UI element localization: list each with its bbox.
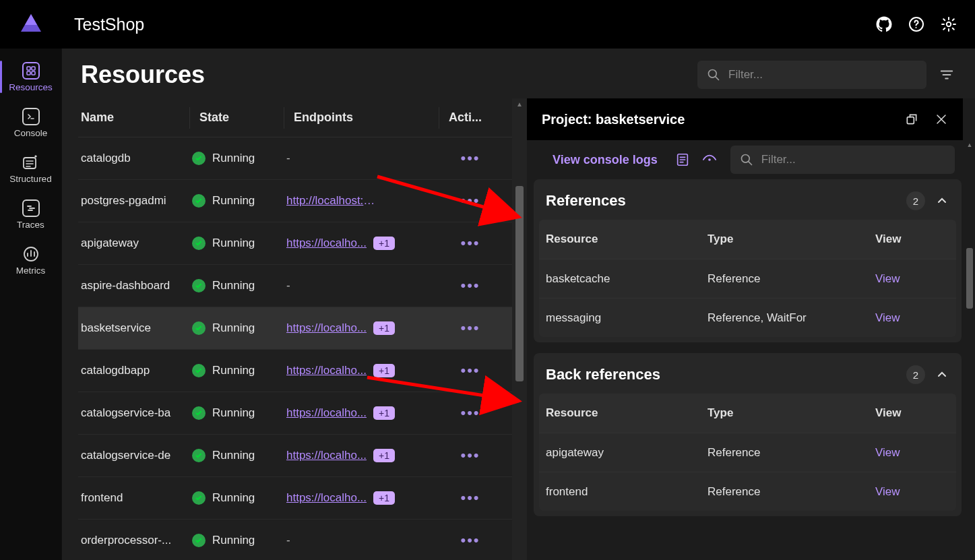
endpoint-more-badge[interactable]: +1 bbox=[373, 491, 395, 505]
table-row[interactable]: catalogdbappRunninghttps://localho...+1•… bbox=[78, 350, 512, 392]
ref-view: View bbox=[875, 446, 956, 460]
endpoint-link[interactable]: https://localho... bbox=[286, 406, 367, 420]
svg-rect-6 bbox=[32, 67, 35, 70]
scroll-up-arrow-icon[interactable]: ▲ bbox=[964, 140, 975, 150]
resources-filter-input[interactable] bbox=[728, 68, 917, 82]
row-actions: ••• bbox=[439, 532, 499, 549]
table-row[interactable]: frontendRunninghttps://localho...+1••• bbox=[78, 477, 512, 520]
close-icon[interactable] bbox=[932, 110, 951, 129]
table-row[interactable]: postgres-pgadmiRunninghttp://localhost:5… bbox=[78, 180, 512, 222]
scroll-thumb[interactable] bbox=[515, 186, 524, 381]
nav-metrics[interactable]: Metrics bbox=[0, 237, 61, 283]
filter-toggle-icon[interactable] bbox=[937, 65, 956, 84]
view-console-logs-link[interactable]: View console logs bbox=[543, 149, 667, 171]
svg-point-4 bbox=[947, 22, 951, 26]
endpoint-more-badge[interactable]: +1 bbox=[373, 449, 395, 462]
row-menu-icon[interactable]: ••• bbox=[460, 362, 480, 379]
table-row[interactable]: orderprocessor-...Running-••• bbox=[78, 520, 512, 560]
ref-resource: basketcache bbox=[546, 272, 707, 286]
row-menu-icon[interactable]: ••• bbox=[460, 532, 480, 549]
row-menu-icon[interactable]: ••• bbox=[460, 277, 480, 294]
view-link[interactable]: View bbox=[875, 446, 900, 459]
section-header[interactable]: Back references2 bbox=[534, 353, 962, 394]
ref-resource: messaging bbox=[546, 311, 707, 325]
col-view: View bbox=[875, 406, 956, 420]
section-row: messagingReference, WaitForView bbox=[539, 298, 956, 337]
view-link[interactable]: View bbox=[875, 272, 900, 285]
terminal-icon bbox=[22, 108, 40, 125]
nav-label: Console bbox=[14, 128, 48, 138]
details-toolbar: View console logs bbox=[527, 140, 963, 179]
resource-name: catalogdb bbox=[78, 152, 189, 165]
status-ok-icon bbox=[192, 534, 206, 547]
th-name[interactable]: Name bbox=[78, 111, 189, 125]
details-title: Project: basketservice bbox=[542, 112, 685, 127]
table-row[interactable]: basketserviceRunninghttps://localho...+1… bbox=[78, 307, 512, 350]
nav-resources[interactable]: Resources bbox=[0, 54, 61, 100]
row-menu-icon[interactable]: ••• bbox=[460, 319, 480, 337]
endpoint-link[interactable]: https://localho... bbox=[286, 449, 367, 462]
search-icon bbox=[740, 153, 753, 166]
help-icon[interactable] bbox=[906, 14, 926, 34]
table-row[interactable]: apigatewayRunninghttps://localho...+1••• bbox=[78, 222, 512, 265]
scroll-up-arrow-icon[interactable]: ▲ bbox=[512, 98, 527, 109]
vertical-scrollbar[interactable]: ▲ bbox=[512, 98, 527, 560]
endpoint-more-badge[interactable]: +1 bbox=[373, 237, 395, 250]
nav-traces[interactable]: Traces bbox=[0, 191, 61, 237]
chevron-up-icon[interactable] bbox=[935, 193, 949, 208]
row-menu-icon[interactable]: ••• bbox=[460, 192, 480, 210]
endpoint-link[interactable]: https://localho... bbox=[286, 321, 367, 335]
col-view: View bbox=[875, 232, 956, 246]
table-header-row: Name State Endpoints Acti... bbox=[78, 98, 512, 137]
th-endpoints[interactable]: Endpoints bbox=[284, 107, 439, 129]
row-menu-icon[interactable]: ••• bbox=[460, 235, 480, 252]
row-menu-icon[interactable]: ••• bbox=[460, 489, 480, 507]
details-panel: Project: basketservice View console logs bbox=[527, 98, 975, 560]
section-header[interactable]: References2 bbox=[534, 179, 962, 220]
traces-icon bbox=[22, 199, 40, 217]
endpoint-link[interactable]: https://localho... bbox=[286, 237, 367, 250]
github-icon[interactable] bbox=[874, 14, 894, 34]
nav-structured[interactable]: Structured bbox=[0, 146, 61, 191]
resource-endpoints: https://localho...+1 bbox=[284, 406, 439, 420]
details-filter-input[interactable] bbox=[761, 153, 945, 166]
row-menu-icon[interactable]: ••• bbox=[460, 447, 480, 464]
row-menu-icon[interactable]: ••• bbox=[460, 404, 480, 422]
details-scrollbar[interactable]: ▲ bbox=[964, 140, 975, 560]
th-actions[interactable]: Acti... bbox=[439, 107, 499, 129]
popout-icon[interactable] bbox=[902, 110, 921, 129]
th-state[interactable]: State bbox=[189, 107, 284, 129]
row-menu-icon[interactable]: ••• bbox=[460, 150, 480, 167]
resource-state: Running bbox=[189, 534, 284, 547]
endpoint-more-badge[interactable]: +1 bbox=[373, 364, 395, 377]
resource-endpoints: - bbox=[284, 152, 439, 165]
nav-console[interactable]: Console bbox=[0, 100, 61, 146]
section-references: References2ResourceTypeViewbasketcacheRe… bbox=[534, 179, 962, 342]
endpoint-more-badge[interactable]: +1 bbox=[373, 406, 395, 420]
svg-marker-1 bbox=[25, 14, 37, 25]
app-logo bbox=[16, 9, 46, 39]
section-count: 2 bbox=[906, 191, 925, 210]
details-filter[interactable] bbox=[730, 146, 955, 174]
endpoint-link[interactable]: https://localho... bbox=[286, 491, 367, 505]
topbar: TestShop bbox=[0, 0, 975, 49]
endpoint-link[interactable]: https://localho... bbox=[286, 364, 367, 377]
watch-icon[interactable] bbox=[698, 148, 721, 171]
table-row[interactable]: catalogdbRunning-••• bbox=[78, 137, 512, 180]
endpoint-more-badge[interactable]: +1 bbox=[373, 321, 395, 335]
col-type: Type bbox=[707, 232, 875, 246]
view-link[interactable]: View bbox=[875, 311, 900, 324]
ref-view: View bbox=[875, 272, 956, 286]
row-actions: ••• bbox=[439, 404, 499, 422]
resources-filter[interactable] bbox=[697, 61, 926, 89]
table-row[interactable]: catalogservice-baRunninghttps://localho.… bbox=[78, 392, 512, 435]
table-row[interactable]: catalogservice-deRunninghttps://localho.… bbox=[78, 435, 512, 477]
view-link[interactable]: View bbox=[875, 485, 900, 498]
table-row[interactable]: aspire-dashboardRunning-••• bbox=[78, 265, 512, 307]
left-nav: Resources Console Structured Traces Metr… bbox=[0, 49, 62, 560]
settings-gear-icon[interactable] bbox=[939, 14, 959, 34]
chevron-up-icon[interactable] bbox=[935, 367, 949, 382]
endpoint-link[interactable]: http://localhost:56790 bbox=[286, 194, 381, 208]
scroll-thumb[interactable] bbox=[966, 248, 973, 309]
logs-icon[interactable] bbox=[671, 148, 694, 171]
